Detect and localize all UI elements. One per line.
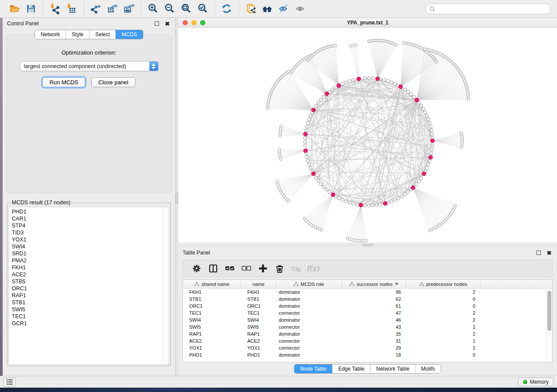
network-canvas[interactable]: [178, 28, 557, 243]
show-all-button[interactable]: [292, 2, 309, 16]
open-file-button[interactable]: [6, 2, 23, 16]
import-table-button[interactable]: [63, 2, 80, 16]
column-header-shared-name[interactable]: shared name: [183, 280, 241, 288]
table-scrollbar-thumb[interactable]: [547, 291, 551, 331]
mcds-result-item[interactable]: STB5: [12, 278, 169, 285]
cell-name: PHD1: [241, 351, 276, 358]
cell-predecessor-nodes: 2: [406, 330, 481, 337]
result-list-scrollbar[interactable]: [163, 208, 168, 364]
cell-shared-name: SWI5: [183, 323, 241, 330]
select-all-checkboxes-button[interactable]: [221, 261, 238, 275]
optimization-criterion-dropdown[interactable]: largest connected component (undirected): [20, 61, 159, 71]
split-columns-button[interactable]: [205, 261, 221, 275]
table-float-button[interactable]: [535, 249, 542, 256]
tab-edge-table[interactable]: Edge Table: [332, 364, 370, 373]
save-session-button[interactable]: [23, 2, 39, 16]
table-row-ORC1[interactable]: ORC1ORC1dominator610: [183, 303, 552, 309]
table-panel: Table Panel ✖ f(x) shared namenameMCDS r…: [178, 247, 557, 376]
close-panel-button[interactable]: ✖: [164, 20, 171, 27]
table-row-SWI5[interactable]: SWI5SWI5connector431: [183, 323, 552, 330]
export-table-button[interactable]: [104, 2, 121, 16]
mcds-result-item[interactable]: FKH1: [12, 264, 169, 271]
table-scrollbar[interactable]: [546, 289, 552, 362]
mcds-result-list[interactable]: PHD1CAR1STP4TID3YOX1SWI4SRD1PMA2FKH1ACE2…: [9, 207, 169, 364]
apply-layout-button[interactable]: [218, 2, 235, 16]
column-header-MCDS-role[interactable]: MCDS role: [276, 280, 342, 288]
tab-network[interactable]: Network: [35, 30, 66, 39]
column-label: name: [253, 282, 265, 287]
tab-motifs[interactable]: Motifs: [415, 364, 441, 373]
first-neighbors-button[interactable]: [259, 2, 276, 16]
hide-selected-icon: [278, 3, 290, 14]
close-panel-button-mcds[interactable]: Close panel: [91, 77, 135, 87]
mcds-result-item[interactable]: SWI4: [12, 243, 169, 250]
table-row-YOX1[interactable]: YOX1YOX1connector291: [183, 344, 552, 351]
main-toolbar: [0, 0, 557, 18]
horizontal-splitter-handle[interactable]: [363, 244, 373, 246]
tab-style[interactable]: Style: [66, 30, 90, 39]
dropdown-stepper-icon: [149, 62, 158, 71]
table-row-RAP1[interactable]: RAP1RAP1dominator352: [183, 330, 552, 337]
float-panel-button[interactable]: [153, 20, 160, 27]
mcds-result-item[interactable]: PMA2: [12, 257, 169, 264]
column-type-icon: [349, 282, 354, 286]
mcds-result-item[interactable]: TEC1: [12, 313, 169, 320]
mcds-result-item[interactable]: RAP1: [12, 292, 169, 299]
import-network-button[interactable]: [47, 2, 63, 16]
export-network-button[interactable]: [87, 2, 104, 16]
cell-MCDS-role: dominator: [276, 296, 342, 303]
mcds-result-item[interactable]: SWI5: [12, 306, 169, 313]
mcds-result-item[interactable]: STP4: [12, 222, 169, 229]
table-row-FKH1[interactable]: FKH1FKH1dominator962: [183, 289, 552, 296]
delete-column-button[interactable]: [271, 261, 288, 275]
search-input[interactable]: [438, 6, 547, 12]
table-row-PHD1[interactable]: PHD1PHD1dominator180: [183, 351, 552, 358]
table-row-STB1[interactable]: STB1STB1dominator620: [183, 296, 552, 303]
mcds-result-item[interactable]: ACE2: [12, 271, 169, 278]
mcds-result-item[interactable]: GCR1: [12, 320, 169, 327]
memory-button[interactable]: Memory: [518, 378, 554, 386]
zoom-selected-button[interactable]: [194, 2, 211, 16]
zoom-fit-button[interactable]: [178, 2, 194, 16]
deselect-checkboxes-button[interactable]: [238, 261, 255, 275]
search-box[interactable]: [425, 3, 551, 14]
column-header-successor-nodes[interactable]: successor nodes: [342, 280, 406, 288]
zoom-in-button[interactable]: [145, 2, 161, 16]
mcds-result-item[interactable]: ORC1: [12, 285, 169, 292]
horizontal-splitter[interactable]: [178, 243, 557, 247]
column-header-name[interactable]: name: [241, 280, 276, 288]
window-zoom-traffic-light[interactable]: [200, 20, 205, 25]
tab-mcds[interactable]: MCDS: [116, 30, 142, 39]
tab-node-table[interactable]: Node Table: [294, 364, 333, 373]
window-close-traffic-light[interactable]: [183, 20, 188, 25]
mcds-result-item[interactable]: SRD1: [12, 250, 169, 257]
tab-network-table[interactable]: Network Table: [370, 364, 415, 373]
toolbar-group-4: [215, 1, 239, 16]
table-panel-title: Table Panel: [183, 250, 210, 256]
table-row-TEC1[interactable]: TEC1TEC1connector472: [183, 309, 552, 316]
tab-select[interactable]: Select: [90, 30, 116, 39]
mcds-result-item[interactable]: STB1: [12, 299, 169, 306]
new-network-from-selection-button[interactable]: [242, 2, 259, 16]
mcds-result-item[interactable]: CAR1: [12, 215, 169, 222]
column-header-predecessor-nodes[interactable]: predecessor nodes: [406, 280, 481, 288]
hide-selected-button[interactable]: [276, 2, 292, 16]
table-row-ACE2[interactable]: ACE2ACE2connector311: [183, 337, 552, 344]
table-close-button[interactable]: ✖: [546, 249, 553, 256]
export-image-button[interactable]: [121, 2, 137, 16]
gear-button[interactable]: [188, 261, 205, 275]
close-icon: ✖: [547, 250, 552, 256]
cell-shared-name: SWI4: [183, 316, 241, 323]
run-mcds-button[interactable]: Run MCDS: [42, 77, 85, 87]
table-row-SWI4[interactable]: SWI4SWI4dominator462: [183, 316, 552, 323]
mcds-result-item[interactable]: YOX1: [12, 236, 169, 243]
window-minimize-traffic-light[interactable]: [191, 20, 197, 25]
task-history-button[interactable]: [3, 378, 16, 387]
add-column-button[interactable]: [255, 261, 271, 275]
network-window-titlebar[interactable]: YPA_prune.txt_1: [178, 18, 557, 28]
mcds-result-item[interactable]: PHD1: [12, 208, 169, 215]
mcds-result-item[interactable]: TID3: [12, 229, 169, 236]
open-file-icon: [9, 3, 20, 14]
close-icon: ✖: [165, 21, 170, 27]
zoom-out-button[interactable]: [161, 2, 178, 16]
